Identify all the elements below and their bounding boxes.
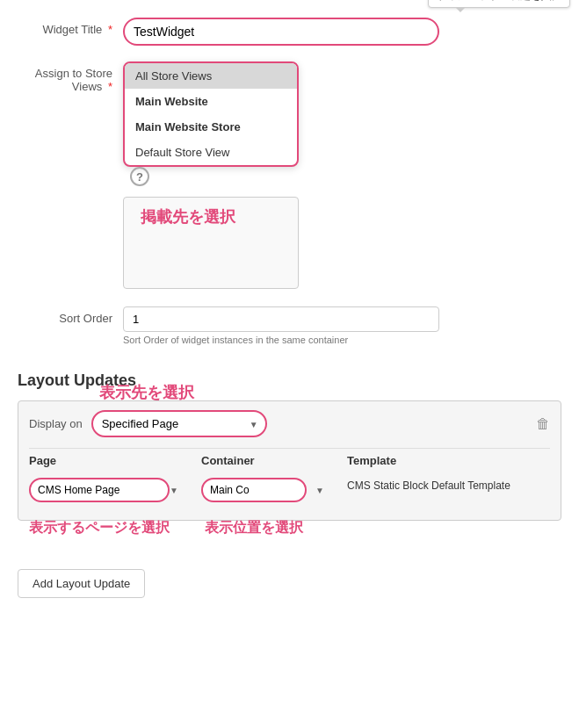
col-header-container: Container — [201, 454, 333, 467]
widget-title-row: Widget Title * ウィジェットの表題を入力 — [18, 18, 561, 46]
help-icon[interactable]: ? — [130, 167, 149, 186]
widget-title-input[interactable] — [123, 18, 439, 46]
store-views-annotation: 掲載先を選択 — [141, 206, 235, 227]
widget-title-label: Widget Title * — [18, 18, 123, 36]
store-views-option-main-website-store[interactable]: Main Website Store — [125, 114, 297, 140]
col-header-template: Template — [347, 454, 550, 467]
store-views-dropdown[interactable]: All Store Views Main Website Main Websit… — [123, 61, 299, 167]
display-annotation: 表示先を選択 — [99, 382, 194, 403]
template-cell: CMS Static Block Default Template — [347, 478, 550, 494]
container-select-wrapper: Main Co Sidebar Footer — [201, 478, 333, 502]
widget-title-field: ウィジェットの表題を入力 — [123, 18, 561, 46]
page-select[interactable]: CMS Home Page CMS No Route Contact Us — [29, 478, 170, 502]
template-text: CMS Static Block Default Template — [347, 478, 550, 494]
store-views-option-main-website[interactable]: Main Website — [125, 89, 297, 114]
container-select[interactable]: Main Co Sidebar Footer — [201, 478, 307, 502]
page-select-wrapper: CMS Home Page CMS No Route Contact Us — [29, 478, 187, 502]
store-views-field: All Store Views Main Website Main Websit… — [123, 61, 561, 289]
layout-table-header: Page Container Template — [29, 448, 550, 471]
col-header-page: Page — [29, 454, 187, 467]
store-views-option-default[interactable]: Default Store View — [125, 140, 297, 165]
layout-table-body: CMS Home Page CMS No Route Contact Us Ma… — [29, 471, 550, 509]
sort-order-input[interactable] — [123, 306, 439, 332]
display-on-select[interactable]: All Pages Specified Page Page Layouts — [91, 410, 267, 437]
store-views-row: Assign to Store Views * All Store Views … — [18, 61, 561, 289]
sort-order-label: Sort Order — [18, 306, 123, 325]
layout-updates-section: Layout Updates 表示先を選択 Display on All Pag… — [18, 371, 561, 598]
display-on-select-wrapper: All Pages Specified Page Page Layouts — [91, 410, 267, 437]
sort-order-field: Sort Order of widget instances in the sa… — [123, 306, 561, 345]
sort-order-row: Sort Order Sort Order of widget instance… — [18, 306, 561, 345]
widget-title-annotation: ウィジェットの表題を入力 — [428, 0, 570, 8]
container-annotation: 表示位置を選択 — [205, 519, 303, 537]
display-on-row: 表示先を選択 Display on All Pages Specified Pa… — [29, 410, 550, 437]
widget-title-wrapper: ウィジェットの表題を入力 — [123, 18, 561, 46]
display-on-label: Display on — [29, 417, 83, 430]
layout-update-row: 表示先を選択 Display on All Pages Specified Pa… — [18, 400, 561, 521]
store-views-option-all[interactable]: All Store Views — [125, 63, 297, 89]
page-annotation: 表示するページを選択 — [29, 519, 170, 537]
store-views-label: Assign to Store Views * — [18, 61, 123, 93]
delete-layout-icon[interactable]: 🗑 — [536, 416, 550, 432]
sort-order-hint: Sort Order of widget instances in the sa… — [123, 335, 561, 345]
add-layout-update-button[interactable]: Add Layout Update — [18, 569, 145, 598]
